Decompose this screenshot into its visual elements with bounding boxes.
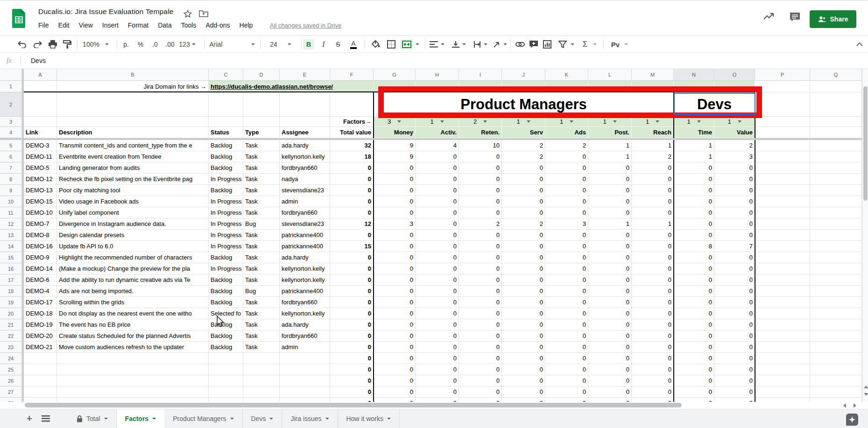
cell-P[interactable] [755,319,810,330]
factor-chip-H[interactable]: 1 [416,117,459,127]
cell-status[interactable]: In Progress [209,263,243,274]
cell-factor-N[interactable]: 0 [674,185,714,196]
cell-type[interactable]: Task [243,330,280,342]
cell-type[interactable]: Task [243,230,280,241]
column-header-L[interactable]: L [588,69,632,81]
cell-description[interactable]: Create status Scheduled for the planned … [57,330,209,342]
cell-factor-O[interactable]: 3 [714,151,755,162]
cell-factor-M[interactable]: 1 [632,140,674,151]
sheet-tab-jira-issues[interactable]: Jira issues [282,409,338,428]
row-header-25[interactable]: 25 [0,364,22,375]
cell-factor-J[interactable]: 0 [502,185,545,196]
row-header-27[interactable]: 27 [0,386,22,398]
cell-factor-J[interactable]: 0 [502,398,545,402]
menu-file[interactable]: File [38,21,49,29]
cell-factor-K[interactable]: 0 [545,308,588,319]
explore-button[interactable] [846,414,858,426]
cell-P[interactable] [755,330,810,342]
cell-factor-H[interactable]: 0 [416,274,459,286]
cell-B25[interactable] [57,364,209,375]
cell-factor-I[interactable]: 0 [459,230,502,241]
column-header-A[interactable]: A [24,69,57,81]
cell-factor-O[interactable]: 0 [714,207,755,218]
cell-Q[interactable] [810,174,862,185]
cell-factor-G[interactable]: 9 [374,140,416,151]
factor-dropdown-icon[interactable] [570,120,573,123]
cell-Q[interactable] [810,308,862,319]
cell-factor-G[interactable]: 0 [374,162,416,174]
row-header-12[interactable]: 12 [0,218,22,230]
cell-factor-I[interactable]: 0 [459,185,502,196]
move-folder-icon[interactable] [199,9,208,20]
cell-link[interactable]: DEMO-3 [24,140,57,151]
star-icon[interactable] [183,9,192,21]
cell-factor-G[interactable]: 0 [374,330,416,342]
cell-assignee[interactable]: ada.hardy [280,319,330,330]
column-header-D[interactable]: D [243,69,280,81]
cell-factor-L[interactable]: 0 [588,263,632,274]
cell-description[interactable]: Move custom audiences refresh to the upd… [57,342,209,353]
cell-factor-N[interactable]: 0 [674,353,714,364]
factor-chip-G[interactable]: 3 [374,117,416,127]
cell-E26[interactable] [280,375,330,386]
factor-chip-K[interactable]: 1 [545,117,588,127]
cell-factor-H[interactable]: 0 [416,330,459,342]
cell-factor-K[interactable]: 0 [545,375,588,386]
cell-factor-L[interactable]: 0 [588,274,632,286]
cell-factor-I[interactable]: 0 [459,297,502,308]
cell-factor-O[interactable]: 2 [714,140,755,151]
jira-domain-link[interactable]: https://ducalis-demo.atlassian.net/brows… [209,81,395,92]
cell-factor-I[interactable]: 0 [459,375,502,386]
cell-factor-L[interactable]: 0 [588,196,632,207]
cell-factor-H[interactable]: 0 [416,297,459,308]
cell-factor-H[interactable]: 0 [416,286,459,297]
header-description[interactable]: Description [57,127,209,138]
menu-data[interactable]: Data [158,21,172,29]
cell-total-value[interactable]: 0 [330,353,374,364]
cell-total-value[interactable]: 0 [330,364,374,375]
cell-factor-O[interactable]: 0 [714,263,755,274]
cell-assignee[interactable]: patrickanne400 [280,230,330,241]
cell-factor-O[interactable]: 0 [714,174,755,185]
cell-description[interactable]: Update fb API to 6.0 [57,241,209,252]
cell-factor-M[interactable]: 0 [632,364,674,375]
cell-total-value[interactable]: 0 [330,286,374,297]
cell-description[interactable]: Highlight the recommended number of char… [57,252,209,263]
cell-factor-H[interactable]: 0 [416,218,459,230]
header-ads[interactable]: Ads [545,127,588,138]
cell-A26[interactable] [24,375,57,386]
cell-assignee[interactable]: admin [280,196,330,207]
cell-total-value[interactable]: 15 [330,241,374,252]
cell-factor-I[interactable]: 0 [459,196,502,207]
column-header-P[interactable]: P [755,69,810,81]
cell-factor-G[interactable]: 0 [374,196,416,207]
cell-C3[interactable] [209,117,243,127]
cell-factor-G[interactable]: 0 [374,353,416,364]
cell-factor-H[interactable]: 0 [416,174,459,185]
cell-assignee[interactable]: patrickanne400 [280,286,330,297]
cell-link[interactable]: DEMO-16 [24,241,57,252]
cell-assignee[interactable]: fordbryan660 [280,330,330,342]
font-select[interactable]: Arial [208,36,257,53]
cell-A25[interactable] [24,364,57,375]
filter-icon[interactable] [557,36,569,53]
cell-factor-J[interactable]: 0 [502,174,545,185]
cell-C25[interactable] [209,364,243,375]
cell-factor-K[interactable]: 0 [545,252,588,263]
currency-format-button[interactable]: р. [120,36,132,53]
column-header-H[interactable]: H [416,69,459,81]
cell-type[interactable]: Task [243,297,280,308]
vertical-align-button[interactable] [451,36,467,53]
cell-factor-M[interactable]: 0 [632,174,674,185]
cell-factor-M[interactable]: 0 [632,342,674,353]
cell-status[interactable]: Backlog [209,274,243,286]
cell-link[interactable]: DEMO-6 [24,274,57,286]
cell-factor-I[interactable]: 2 [459,218,502,230]
column-header-C[interactable]: C [209,69,243,81]
cell-factor-N[interactable]: 0 [674,196,714,207]
factor-chip-J[interactable]: 1 [502,117,545,127]
cell-P[interactable] [755,196,810,207]
cell-C27[interactable] [209,386,243,398]
menu-help[interactable]: Help [240,21,253,29]
cell-factor-I[interactable]: 0 [459,330,502,342]
